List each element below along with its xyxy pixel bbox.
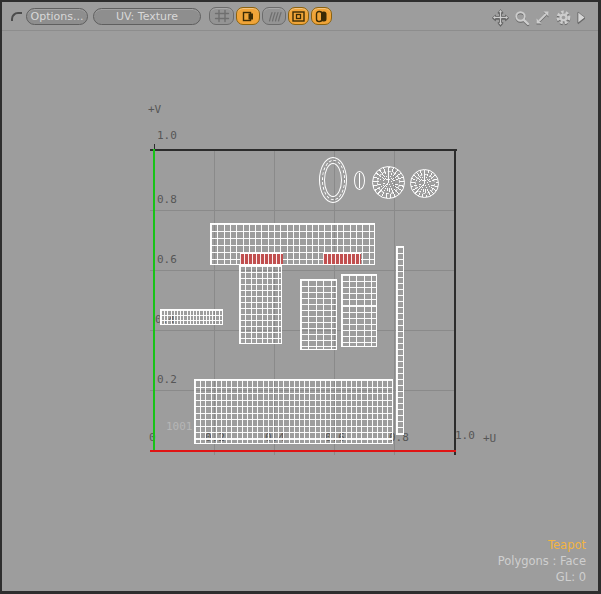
gridline-h [150,210,454,211]
hatch-lines-icon [267,10,282,23]
overlap-squares-icon [241,10,256,23]
status-readout: Teapot Polygons : Face GL: 0 [498,537,586,585]
pan-icon[interactable] [492,9,509,26]
uv-island-body-block[interactable] [194,379,393,444]
uv-viewport[interactable]: +V +U 1.0 0.8 0.6 0.4 0.2 0 0.2 0.4 0.6 … [2,31,598,591]
view-tools [492,9,586,26]
uv-mode-button[interactable]: UV: Texture [93,8,201,25]
uv-island-lid-rim-inner [324,163,342,197]
v-axis-line [153,149,155,451]
panel-corner-icon[interactable] [11,12,22,21]
uv-island-spout-strip[interactable] [396,246,404,435]
gridline-h [150,270,454,271]
v-tick-0.6: 0.6 [157,254,177,265]
options-button[interactable]: Options... [26,8,88,25]
overlap-squares-toggle[interactable] [236,7,260,25]
uv-island-right-column[interactable] [341,274,377,347]
zoom-icon[interactable] [514,10,530,26]
v-tick-1.0: 1.0 [157,130,177,141]
uv-island-handle-strip[interactable] [160,309,223,325]
uv-island-lid-disc-ring [377,171,400,194]
v-tick-0.8: 0.8 [157,194,177,205]
frame-grid-icon [214,9,230,23]
uv-island-mid-column[interactable] [300,279,337,350]
udim-label: 1001 [166,421,193,432]
status-gl-counter: GL: 0 [498,569,586,585]
selected-faces-right[interactable] [323,253,361,265]
grid-top-boundary [150,149,457,151]
boxed-square-toggle[interactable] [288,7,309,25]
v-tick-0.2: 0.2 [157,374,177,385]
status-item-name: Teapot [498,537,586,553]
boxed-square-icon [291,10,306,23]
uv-editor-window: Options... UV: Texture [0,0,601,594]
double-page-icon [314,10,329,23]
toolbar: Options... UV: Texture [2,2,598,31]
grid-right-boundary [454,149,456,455]
status-selection-mode: Polygons : Face [498,553,586,569]
hatch-lines-toggle[interactable] [262,7,286,25]
fit-view-icon[interactable] [535,10,550,25]
double-page-toggle[interactable] [311,7,332,25]
u-tick-1.0: 1.0 [455,430,475,441]
u-axis-label: +U [483,433,496,444]
v-axis-label: +V [148,104,161,115]
frame-grid-toggle[interactable] [209,7,234,25]
uv-island-column[interactable] [239,265,282,344]
selected-faces-left[interactable] [240,253,283,265]
u-axis-line [150,450,456,452]
panel-expand-icon[interactable] [577,11,586,24]
uv-island-base-disc-ring [415,174,435,194]
uv-island-knob-side-line [359,173,360,188]
settings-gear-icon[interactable] [555,9,572,26]
